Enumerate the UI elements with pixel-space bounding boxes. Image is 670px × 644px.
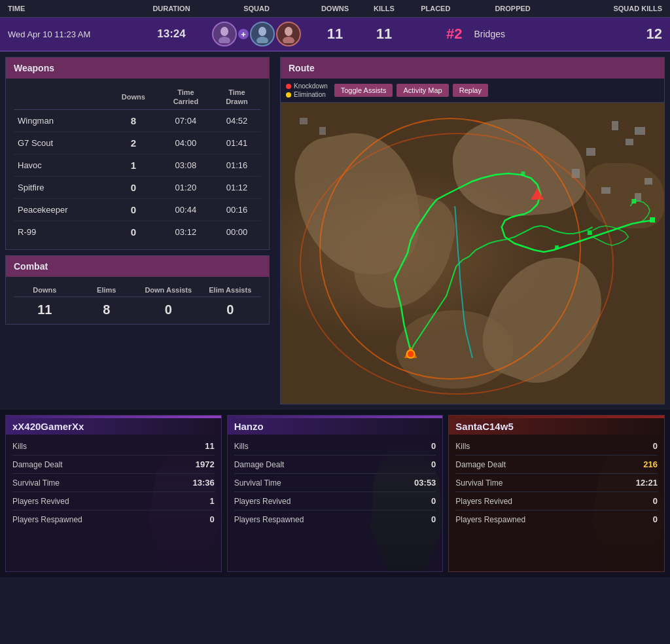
player-respawned-row-1: Players Respawned 0 — [234, 510, 436, 528]
respawned-val-1: 0 — [431, 514, 436, 524]
col-time-drawn: TimeDrawn — [213, 85, 261, 109]
replay-button[interactable]: Replay — [453, 84, 488, 97]
route-svg — [281, 103, 664, 404]
revived-val-0: 1 — [209, 496, 214, 506]
combat-downs-col: Downs 11 — [14, 283, 76, 317]
kills-val-1: 0 — [431, 441, 436, 451]
svg-rect-8 — [631, 199, 636, 204]
svg-marker-11 — [531, 188, 544, 200]
weapon-downs: 0 — [108, 176, 159, 198]
header-downs: Downs — [321, 5, 349, 12]
damage-val-2: 216 — [643, 459, 658, 469]
damage-val-1: 0 — [431, 459, 436, 469]
revived-label-1: Players Revived — [234, 497, 291, 506]
weapon-row: Wingman 8 07:04 04:52 — [14, 109, 261, 132]
weapon-time-carried: 03:12 — [159, 221, 213, 243]
main-content: Weapons Downs TimeCarried TimeDrawn Wing… — [0, 52, 670, 410]
weapon-time-drawn: 04:52 — [213, 109, 261, 132]
svg-point-13 — [407, 350, 415, 358]
weapon-time-carried: 04:00 — [159, 132, 213, 154]
header-row: Time Duration Squad Downs Kills Placed D… — [0, 0, 670, 18]
svg-point-2 — [258, 27, 266, 36]
weapon-time-carried: 01:20 — [159, 176, 213, 198]
player-damage-row-2: Damage Dealt 216 — [455, 456, 658, 474]
weapon-row: G7 Scout 2 04:00 01:41 — [14, 132, 261, 154]
survival-label-1: Survival Time — [234, 478, 281, 488]
survival-label-2: Survival Time — [455, 478, 502, 488]
weapon-time-drawn: 00:16 — [213, 198, 261, 221]
weapon-row: R-99 0 03:12 00:00 — [14, 221, 261, 243]
route-card: Route Knockdown Elimination Toggle Assis… — [280, 57, 665, 404]
weapon-time-drawn: 00:00 — [213, 221, 261, 243]
col-weapon-name — [14, 85, 108, 109]
player-respawned-row-0: Players Respawned 0 — [12, 510, 215, 528]
weapons-table: Downs TimeCarried TimeDrawn Wingman 8 07… — [14, 85, 261, 243]
player-kills-row-2: Kills 0 — [455, 437, 658, 456]
header-time: Time — [8, 5, 25, 12]
svg-point-3 — [256, 37, 268, 43]
weapon-name: G7 Scout — [14, 132, 108, 154]
player-name-1: Hanzo — [228, 416, 443, 435]
svg-point-0 — [220, 27, 228, 36]
col-downs: Downs — [108, 85, 159, 109]
revived-label-0: Players Revived — [12, 497, 69, 506]
player-stats-1: Kills 0 Damage Dealt 0 Survival Time 03:… — [228, 435, 443, 531]
weapon-time-drawn: 01:41 — [213, 132, 261, 154]
map-background — [281, 103, 664, 404]
weapon-name: Havoc — [14, 154, 108, 176]
weapon-name: Wingman — [14, 109, 108, 132]
weapon-downs: 1 — [108, 154, 159, 176]
weapon-row: Peacekeeper 0 00:44 00:16 — [14, 198, 261, 221]
weapon-time-carried: 03:08 — [159, 154, 213, 176]
svg-point-1 — [219, 37, 230, 43]
survival-label-0: Survival Time — [12, 478, 60, 488]
squad-icons: + — [212, 22, 301, 46]
match-placed: #2 — [446, 26, 462, 43]
player-stats-0: Kills 11 Damage Dealt 1972 Survival Time… — [6, 435, 221, 531]
respawned-label-2: Players Respawned — [455, 515, 525, 524]
knockdown-dot — [286, 84, 291, 89]
match-dropped: Bridges — [474, 29, 505, 39]
right-panel: Route Knockdown Elimination Toggle Assis… — [275, 52, 670, 410]
survival-val-0: 13:36 — [192, 478, 214, 488]
weapon-row: Havoc 1 03:08 01:16 — [14, 154, 261, 176]
damage-label-1: Damage Dealt — [234, 460, 285, 469]
weapon-downs: 2 — [108, 132, 159, 154]
route-map — [281, 103, 664, 404]
header-squad-kills: Squad Kills — [613, 5, 662, 12]
combat-downs-val: 11 — [14, 302, 76, 317]
toggle-assists-button[interactable]: Toggle Assists — [334, 84, 393, 97]
kills-val-2: 0 — [653, 441, 658, 451]
match-row: Wed Apr 10 11:23 AM 13:24 + 11 11 #2 Bri… — [0, 18, 670, 52]
player-kills-row-1: Kills 0 — [234, 437, 436, 456]
svg-rect-7 — [588, 230, 592, 235]
weapon-downs: 0 — [108, 198, 159, 221]
weapon-name: Spitfire — [14, 176, 108, 198]
player-revived-row-0: Players Revived 1 — [12, 492, 215, 510]
weapon-time-carried: 00:44 — [159, 198, 213, 221]
player-respawned-row-2: Players Respawned 0 — [455, 510, 658, 528]
damage-val-0: 1972 — [196, 459, 215, 469]
svg-rect-9 — [555, 245, 559, 249]
player-survival-row-2: Survival Time 12:21 — [455, 474, 658, 492]
combat-elim-assists-label: Elim Assists — [200, 283, 262, 297]
combat-elim-assists-col: Elim Assists 0 — [200, 283, 262, 317]
damage-label-2: Damage Dealt — [455, 460, 506, 469]
respawned-label-0: Players Respawned — [12, 515, 82, 524]
elimination-label: Elimination — [294, 91, 326, 98]
legend-elimination: Elimination — [286, 91, 328, 98]
weapon-name: R-99 — [14, 221, 108, 243]
player-revived-row-2: Players Revived 0 — [455, 492, 658, 510]
player-cards: xX420GamerXx Kills 11 Damage Dealt 1972 … — [0, 410, 670, 577]
respawned-val-0: 0 — [209, 514, 214, 524]
kills-val-0: 11 — [205, 441, 214, 451]
weapon-time-drawn: 01:12 — [213, 176, 261, 198]
activity-map-button[interactable]: Activity Map — [397, 84, 448, 97]
respawned-val-2: 0 — [653, 514, 658, 524]
kills-label-2: Kills — [455, 442, 470, 451]
kills-label-0: Kills — [12, 442, 27, 451]
match-datetime: Wed Apr 10 11:23 AM — [8, 29, 90, 39]
combat-elims-val: 8 — [76, 302, 138, 317]
weapons-title: Weapons — [6, 58, 269, 79]
header-kills: Kills — [374, 5, 395, 12]
